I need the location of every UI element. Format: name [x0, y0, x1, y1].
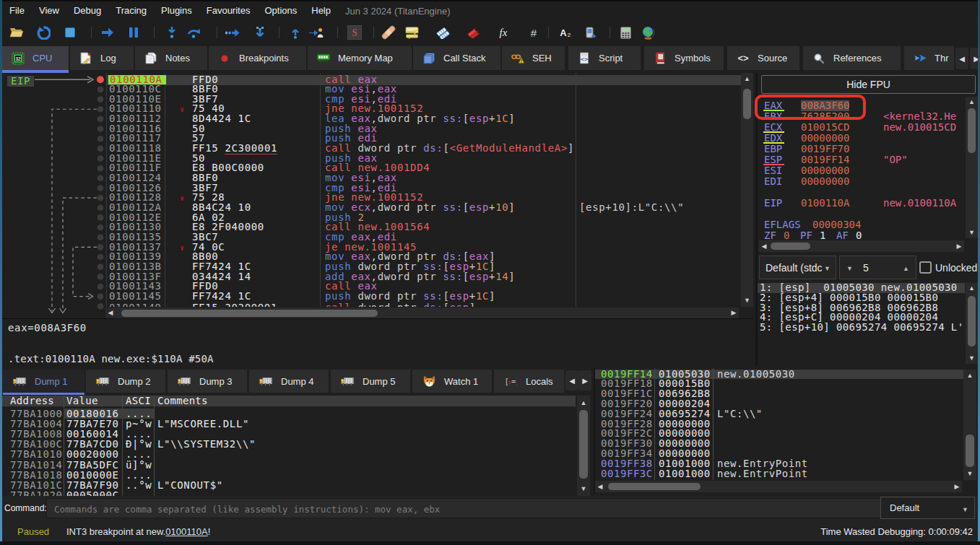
- tab-dump-4[interactable]: Dump 4: [249, 370, 329, 393]
- hide-fpu-button[interactable]: Hide FPU: [761, 75, 976, 94]
- disasm-horizontal-scrollbar[interactable]: ◀ ▶: [105, 308, 739, 318]
- dump-row[interactable]: 77BA100C77BA7CD0Ð|°wL"\\SYSTEM32\\": [2, 439, 576, 449]
- tab-thr[interactable]: Thr: [904, 46, 954, 70]
- dump-row[interactable]: 77BA100477BA7E70p~°wL"MSCOREE.DLL": [2, 419, 576, 429]
- comments-icon[interactable]: [404, 25, 419, 40]
- tab-memory-map[interactable]: Memory Map: [308, 46, 412, 70]
- run-to-user-code-icon[interactable]: [309, 25, 324, 40]
- menu-plugins[interactable]: Plugins: [154, 3, 199, 19]
- menu-debug[interactable]: Debug: [66, 3, 108, 19]
- tab-references[interactable]: References: [803, 46, 901, 70]
- scrollbar-thumb[interactable]: [579, 410, 588, 479]
- menu-view[interactable]: View: [32, 3, 66, 19]
- dump-row[interactable]: 77BA101477BA5DFCü]°w: [2, 460, 576, 470]
- scroll-down-arrow[interactable]: ▼: [577, 486, 590, 492]
- tab-notes[interactable]: Notes: [135, 46, 207, 70]
- scroll-down-arrow[interactable]: ▼: [741, 297, 753, 304]
- step-into-icon[interactable]: [165, 25, 179, 40]
- tab-scroll-left-button[interactable]: ◀: [955, 48, 968, 69]
- open-folder-icon[interactable]: [9, 25, 24, 40]
- source-s-icon[interactable]: S: [347, 25, 362, 40]
- scrollbar-thumb[interactable]: [771, 243, 810, 250]
- column-header-address[interactable]: Address: [10, 396, 54, 406]
- menu-options[interactable]: Options: [257, 3, 304, 19]
- dump-row[interactable]: 77BA100800160014....: [2, 429, 576, 439]
- disasm-row[interactable]: 01001145FF7424 1Cpush dword ptr ss:[esp+…: [2, 292, 753, 302]
- scroll-up-arrow[interactable]: ▲: [966, 285, 978, 292]
- registers-panel[interactable]: Hide FPUEAX008A3F60EBX7628E200<kernel32.…: [755, 73, 978, 366]
- dump-table-header[interactable]: AddressValueASCIComments: [2, 396, 576, 406]
- stack-vertical-scrollbar[interactable]: ▲ ▼: [963, 370, 976, 480]
- calculator-icon[interactable]: [618, 25, 633, 40]
- dump-tab-scroll-left-button[interactable]: ◀: [565, 370, 578, 391]
- menu-favourites[interactable]: Favourites: [199, 3, 258, 19]
- stop-icon[interactable]: [63, 25, 77, 40]
- tab-call-stack[interactable]: Call Stack: [413, 46, 500, 70]
- scroll-left-arrow[interactable]: ◀: [105, 308, 116, 318]
- scroll-left-arrow[interactable]: ◀: [759, 240, 769, 252]
- arguments-vertical-scrollbar[interactable]: ▲ ▼: [966, 283, 978, 364]
- tab-cpu[interactable]: 32CPU: [2, 46, 69, 70]
- disassembly-panel[interactable]: 0100110AFFD0call eax0100110C8BF0mov esi,…: [2, 73, 753, 307]
- dump-panel[interactable]: Dump 1Dump 2Dump 3Dump 4Dump 5Watch 1[x=…: [2, 368, 592, 494]
- register-row[interactable]: ECX010015CDnew.010015CD: [758, 122, 978, 133]
- register-row[interactable]: EFLAGS00000304: [758, 219, 978, 230]
- breakpoint-address-link[interactable]: 0100110A: [165, 526, 207, 537]
- scrollbar-thumb[interactable]: [966, 435, 974, 467]
- scrollbar-thumb[interactable]: [121, 310, 378, 317]
- scrollbar-thumb[interactable]: [743, 89, 751, 119]
- restart-icon[interactable]: [36, 25, 51, 40]
- scroll-up-arrow[interactable]: ▲: [966, 99, 978, 105]
- tab-watch-1[interactable]: Watch 1: [412, 370, 492, 393]
- menu-file[interactable]: File: [2, 3, 32, 19]
- stack-panel[interactable]: 0019FF1401005030new.010050300019FF180000…: [594, 368, 978, 494]
- tab-log[interactable]: Log: [70, 46, 134, 70]
- menu-help[interactable]: Help: [304, 3, 338, 19]
- menu-tracing[interactable]: Tracing: [108, 3, 154, 19]
- spinner-up-icon[interactable]: ▲: [903, 265, 909, 272]
- dump-row[interactable]: 77BA101C77BA7F90..°wL"CONOUT$": [2, 480, 576, 490]
- scroll-right-arrow[interactable]: ▶: [954, 240, 964, 252]
- scroll-up-arrow[interactable]: ▲: [577, 400, 590, 406]
- dump-vertical-scrollbar[interactable]: ▲ ▼: [577, 396, 590, 497]
- scroll-up-arrow[interactable]: ▲: [741, 76, 753, 82]
- labels-icon[interactable]: [436, 25, 451, 40]
- calling-convention-dropdown[interactable]: Default (stdc ▼: [759, 256, 836, 279]
- register-row[interactable]: EDX00000000: [758, 133, 978, 144]
- pause-icon[interactable]: [126, 25, 141, 40]
- register-row[interactable]: [758, 209, 978, 219]
- tab-symbols[interactable]: Symbols: [644, 46, 724, 70]
- scroll-up-arrow[interactable]: ▲: [963, 372, 976, 379]
- tab-source[interactable]: <>Source: [727, 46, 799, 70]
- scroll-down-arrow[interactable]: ▼: [963, 471, 976, 477]
- tab-dump-5[interactable]: Dump 5: [331, 370, 410, 393]
- unlocked-checkbox[interactable]: [919, 261, 932, 274]
- scroll-down-arrow[interactable]: ▼: [966, 230, 978, 236]
- patch-icon[interactable]: [381, 25, 396, 40]
- execute-till-return-icon[interactable]: [225, 25, 240, 40]
- function-fx-icon[interactable]: fx: [496, 25, 511, 40]
- tab-dump-1[interactable]: Dump 1: [3, 370, 84, 393]
- register-row[interactable]: EIP0100110Anew.0100110A: [758, 198, 978, 209]
- tab-locals[interactable]: [x=]Locals: [494, 370, 564, 393]
- register-row[interactable]: EBP0019FF70: [758, 144, 978, 154]
- argument-row[interactable]: 5: [esp+10] 00695274 00695274 L': [758, 323, 965, 333]
- column-header-comments[interactable]: Comments: [157, 396, 208, 406]
- scrollbar-thumb[interactable]: [968, 296, 976, 346]
- command-input[interactable]: Commands are comma separated (like assem…: [46, 498, 881, 518]
- stack-horizontal-scrollbar[interactable]: ◀ ▶: [595, 481, 962, 492]
- argument-count-spinner[interactable]: ▼ 5 ▲: [839, 256, 916, 279]
- dump-tab-scroll-right-button[interactable]: ▶: [578, 370, 591, 391]
- profile-dropdown[interactable]: Default ▼: [880, 497, 975, 519]
- scroll-down-arrow[interactable]: ▼: [966, 355, 978, 362]
- scroll-right-arrow[interactable]: ▶: [952, 481, 962, 492]
- scroll-right-arrow[interactable]: ▶: [729, 308, 739, 318]
- register-row[interactable]: ESI00000000: [758, 165, 978, 176]
- registers-horizontal-scrollbar[interactable]: ◀ ▶: [759, 240, 964, 252]
- dump-row[interactable]: 77BA100000180016....: [2, 409, 576, 419]
- font-a2-icon[interactable]: A2: [558, 25, 573, 40]
- scrollbar-thumb[interactable]: [608, 483, 701, 490]
- bookmarks-icon[interactable]: [467, 25, 481, 40]
- hash-icon[interactable]: #: [526, 25, 541, 40]
- step-out-icon[interactable]: [253, 25, 267, 40]
